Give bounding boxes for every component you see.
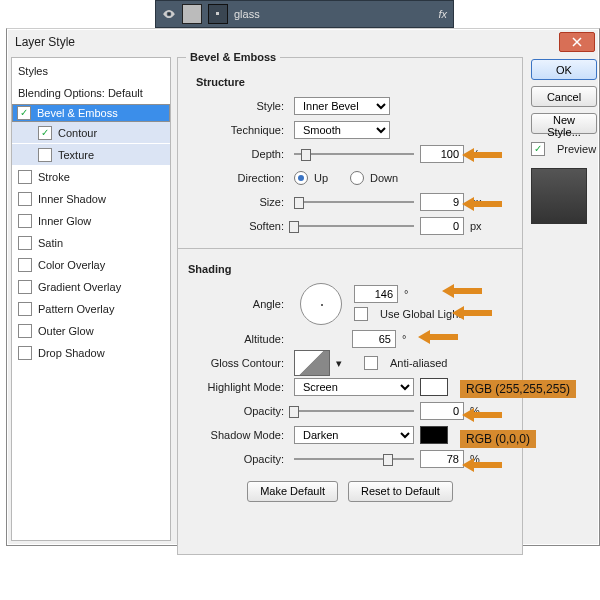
shadow-color-swatch[interactable]: [420, 426, 448, 444]
soften-unit: px: [470, 220, 494, 232]
list-drop-shadow[interactable]: Drop Shadow: [12, 342, 170, 364]
list-header-styles[interactable]: Styles: [12, 60, 170, 82]
arrow-icon: [462, 408, 502, 422]
angle-dial[interactable]: [300, 283, 342, 325]
chevron-down-icon[interactable]: ▾: [336, 357, 342, 370]
checkbox[interactable]: [38, 126, 52, 140]
soften-slider[interactable]: [294, 225, 414, 227]
checkbox[interactable]: [18, 214, 32, 228]
checkbox[interactable]: [18, 280, 32, 294]
cancel-button[interactable]: Cancel: [531, 86, 597, 107]
structure-heading: Structure: [196, 76, 512, 88]
use-global-light-label: Use Global Light: [380, 308, 461, 320]
arrow-icon: [452, 306, 492, 320]
gloss-label: Gloss Contour:: [188, 357, 288, 369]
size-input[interactable]: [420, 193, 464, 211]
checkbox[interactable]: [18, 192, 32, 206]
altitude-input[interactable]: [352, 330, 396, 348]
depth-input[interactable]: [420, 145, 464, 163]
layer-thumbnail[interactable]: [182, 4, 202, 24]
dialog-title: Layer Style: [15, 35, 75, 49]
highlight-mode-label: Highlight Mode:: [188, 381, 288, 393]
soften-label: Soften:: [188, 220, 288, 232]
close-icon[interactable]: [559, 32, 595, 52]
use-global-light-checkbox[interactable]: [354, 307, 368, 321]
highlight-opacity-label: Opacity:: [188, 405, 288, 417]
annotation-highlight-rgb: RGB (255,255,255): [460, 380, 576, 398]
antialiased-checkbox[interactable]: [364, 356, 378, 370]
list-inner-shadow[interactable]: Inner Shadow: [12, 188, 170, 210]
highlight-color-swatch[interactable]: [420, 378, 448, 396]
list-pattern-overlay[interactable]: Pattern Overlay: [12, 298, 170, 320]
arrow-icon: [462, 458, 502, 472]
soften-input[interactable]: [420, 217, 464, 235]
gloss-contour-picker[interactable]: [294, 350, 330, 376]
annotation-shadow-rgb: RGB (0,0,0): [460, 430, 536, 448]
arrow-icon: [418, 330, 458, 344]
checkbox[interactable]: [18, 302, 32, 316]
shadow-opacity-input[interactable]: [420, 450, 464, 468]
layer-style-dialog: Layer Style Styles Blending Options: Def…: [6, 28, 600, 546]
highlight-opacity-input[interactable]: [420, 402, 464, 420]
list-stroke[interactable]: Stroke: [12, 166, 170, 188]
direction-up-radio[interactable]: [294, 171, 308, 185]
technique-label: Technique:: [188, 124, 288, 136]
checkbox[interactable]: [38, 148, 52, 162]
style-select[interactable]: Inner Bevel: [294, 97, 390, 115]
angle-input[interactable]: [354, 285, 398, 303]
preview-swatch: [531, 168, 587, 224]
list-texture[interactable]: Texture: [12, 144, 170, 166]
altitude-label: Altitude:: [188, 333, 288, 345]
depth-slider[interactable]: [294, 153, 414, 155]
preview-checkbox[interactable]: [531, 142, 545, 156]
shadow-mode-label: Shadow Mode:: [188, 429, 288, 441]
direction-down-radio[interactable]: [350, 171, 364, 185]
checkbox[interactable]: [18, 324, 32, 338]
depth-label: Depth:: [188, 148, 288, 160]
arrow-icon: [462, 197, 502, 211]
size-slider[interactable]: [294, 201, 414, 203]
arrow-icon: [462, 148, 502, 162]
style-label: Style:: [188, 100, 288, 112]
highlight-mode-select[interactable]: Screen: [294, 378, 414, 396]
reset-default-button[interactable]: Reset to Default: [348, 481, 453, 502]
ok-button[interactable]: OK: [531, 59, 597, 80]
dialog-titlebar[interactable]: Layer Style: [7, 29, 599, 55]
list-color-overlay[interactable]: Color Overlay: [12, 254, 170, 276]
shadow-mode-select[interactable]: Darken: [294, 426, 414, 444]
checkbox[interactable]: [18, 170, 32, 184]
list-satin[interactable]: Satin: [12, 232, 170, 254]
list-outer-glow[interactable]: Outer Glow: [12, 320, 170, 342]
layer-fx-badge[interactable]: fx: [438, 8, 447, 20]
list-inner-glow[interactable]: Inner Glow: [12, 210, 170, 232]
dialog-buttons: OK Cancel New Style... Preview: [531, 57, 599, 541]
shadow-opacity-label: Opacity:: [188, 453, 288, 465]
checkbox[interactable]: [18, 258, 32, 272]
list-gradient-overlay[interactable]: Gradient Overlay: [12, 276, 170, 298]
make-default-button[interactable]: Make Default: [247, 481, 338, 502]
layers-panel-row: glass fx: [155, 0, 454, 28]
arrow-icon: [442, 284, 482, 298]
size-label: Size:: [188, 196, 288, 208]
layer-mask-thumbnail[interactable]: [208, 4, 228, 24]
visibility-eye-icon[interactable]: [162, 7, 176, 21]
new-style-button[interactable]: New Style...: [531, 113, 597, 134]
list-blending-options[interactable]: Blending Options: Default: [12, 82, 170, 104]
panel-title: Bevel & Emboss: [186, 51, 280, 63]
styles-list: Styles Blending Options: Default Bevel &…: [11, 57, 171, 541]
checkbox[interactable]: [18, 236, 32, 250]
layer-name[interactable]: glass: [234, 8, 260, 20]
svg-point-0: [168, 13, 170, 15]
angle-label: Angle:: [188, 298, 288, 310]
shadow-opacity-slider[interactable]: [294, 458, 414, 460]
checkbox[interactable]: [18, 346, 32, 360]
shading-heading: Shading: [188, 263, 512, 275]
technique-select[interactable]: Smooth: [294, 121, 390, 139]
list-bevel-emboss[interactable]: Bevel & Emboss: [12, 104, 170, 122]
list-contour[interactable]: Contour: [12, 122, 170, 144]
checkbox[interactable]: [17, 106, 31, 120]
direction-label: Direction:: [188, 172, 288, 184]
highlight-opacity-slider[interactable]: [294, 410, 414, 412]
